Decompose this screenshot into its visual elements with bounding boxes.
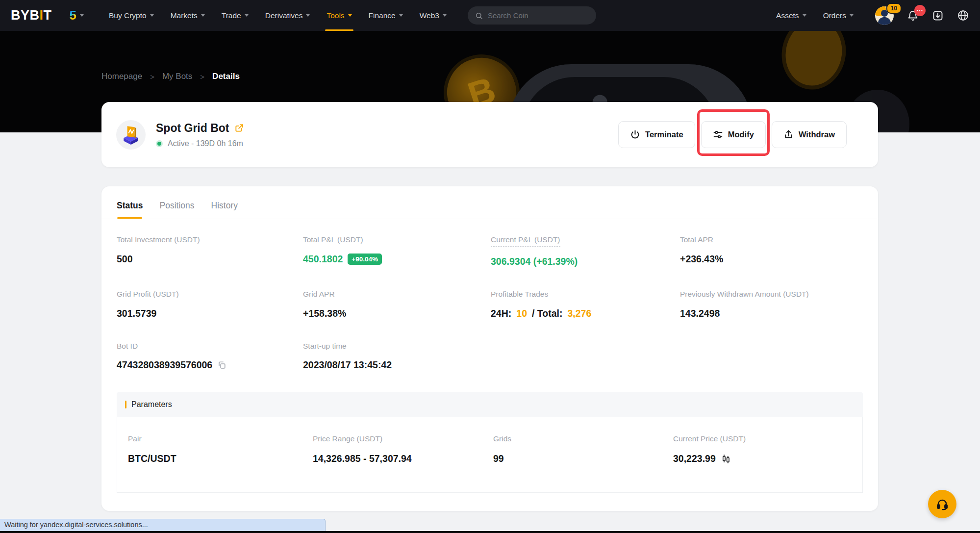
param-price-range-usdt: Price Range (USDT)14,326.985 - 57,307.94 <box>313 434 412 464</box>
breadcrumb-item-my-bots[interactable]: My Bots <box>162 72 192 81</box>
stat-value: 500 <box>117 254 303 265</box>
chevron-down-icon <box>201 14 205 17</box>
stat-bot-id: Bot ID474328038939576006 <box>117 342 303 371</box>
tab-positions[interactable]: Positions <box>159 201 194 219</box>
terminate-button[interactable]: Terminate <box>618 121 695 148</box>
anniversary-5-menu[interactable]: 5 <box>70 8 84 23</box>
chevron-down-icon <box>399 14 403 17</box>
breadcrumb-item-homepage[interactable]: Homepage <box>101 72 142 81</box>
stat-value: 450.1802+90.04% <box>303 254 491 265</box>
active-status-dot <box>156 140 163 147</box>
param-pair: PairBTC/USDT <box>128 434 176 464</box>
notifications-badge: ... <box>914 5 926 16</box>
language-button[interactable] <box>957 9 969 22</box>
stat-value: 143.2498 <box>680 308 863 319</box>
nav-item-markets[interactable]: Markets <box>162 0 213 31</box>
tab-bar: StatusPositionsHistory <box>101 186 878 219</box>
power-icon <box>630 129 640 140</box>
chevron-down-icon <box>245 14 249 17</box>
download-app-button[interactable] <box>932 10 944 22</box>
param-value: 14,326.985 - 57,307.94 <box>313 453 412 464</box>
stat-label: Total P&L (USDT) <box>303 235 491 244</box>
external-link-icon[interactable] <box>234 123 244 133</box>
stat-value: 306.9304 (+61.39%) <box>491 256 680 267</box>
search-icon <box>475 11 483 20</box>
nav-item-finance[interactable]: Finance <box>360 0 411 31</box>
stat-total-investment-usdt: Total Investment (USDT)500 <box>117 235 303 267</box>
chevron-down-icon <box>306 14 310 17</box>
nav-item-tools[interactable]: Tools <box>318 0 360 31</box>
param-current-price-usdt: Current Price (USDT)30,223.99 <box>673 434 746 464</box>
coin-search-box[interactable] <box>468 6 596 25</box>
screen-bottom-edge <box>0 531 980 533</box>
withdraw-icon <box>783 129 794 140</box>
param-value: 30,223.99 <box>673 453 746 464</box>
stat-profitable-trades: Profitable Trades24H: 10 / Total: 3,276 <box>491 290 680 319</box>
param-value: BTC/USDT <box>128 453 176 464</box>
nav-item-label: Markets <box>171 11 198 20</box>
coin-illustration <box>775 31 853 96</box>
stat-value: 301.5739 <box>117 308 303 319</box>
copy-icon[interactable] <box>217 360 226 370</box>
stat-start-up-time: Start-up time2023/08/17 13:45:42 <box>303 342 491 371</box>
anniversary-5-icon: 5 <box>70 8 76 23</box>
stat-label: Total APR <box>680 235 863 244</box>
parameters-title: Parameters <box>131 400 172 409</box>
chevron-down-icon <box>803 14 806 17</box>
stat-label: Bot ID <box>117 342 303 351</box>
nav-right-cluster: AssetsOrders 10 ... <box>768 0 969 31</box>
param-label: Grids <box>493 434 511 443</box>
nav-item-label: Finance <box>369 11 396 20</box>
button-label: Withdraw <box>799 130 835 139</box>
nav-item-label: Derivatives <box>265 11 303 20</box>
download-icon <box>932 10 944 22</box>
headset-icon <box>935 497 949 511</box>
nav-item-trade[interactable]: Trade <box>213 0 257 31</box>
tab-status[interactable]: Status <box>117 201 143 219</box>
bot-identity: Spot Grid Bot Active - 139D 0h 16m <box>116 120 244 150</box>
parameters-header: Parameters <box>117 392 863 417</box>
nav-menu: Buy CryptoMarketsTradeDerivativesToolsFi… <box>101 0 455 31</box>
stat-total-p-l-usdt: Total P&L (USDT)450.1802+90.04% <box>303 235 491 267</box>
support-chat-button[interactable] <box>928 490 956 518</box>
profile-avatar-button[interactable]: 10 <box>875 6 894 25</box>
candlestick-chart-icon[interactable] <box>721 454 731 464</box>
nav-item-label: Orders <box>823 11 846 20</box>
button-label: Modify <box>728 130 754 139</box>
modify-button[interactable]: Modify <box>701 121 766 148</box>
stat-current-p-l-usdt: Current P&L (USDT)306.9304 (+61.39%) <box>491 235 680 267</box>
notifications-button[interactable]: ... <box>907 10 919 22</box>
status-badge: Active - 139D 0h 16m <box>168 139 243 148</box>
header-actions: Terminate Modify Withdraw <box>618 121 847 148</box>
nav-item-label: Web3 <box>420 11 439 20</box>
nav-item-web3[interactable]: Web3 <box>411 0 455 31</box>
nav-item-label: Tools <box>327 11 344 20</box>
top-navigation-bar: BYBIT 5 Buy CryptoMarketsTradeDerivative… <box>0 0 980 31</box>
stat-label: Grid Profit (USDT) <box>117 290 303 299</box>
bot-title-block: Spot Grid Bot Active - 139D 0h 16m <box>156 122 244 148</box>
stat-label: Previously Withdrawn Amount (USDT) <box>680 290 863 299</box>
chevron-down-icon <box>850 14 854 17</box>
stat-value: 24H: 10 / Total: 3,276 <box>491 308 680 319</box>
bybit-logo[interactable]: BYBIT <box>11 8 52 23</box>
sliders-icon <box>713 129 723 140</box>
stat-label: Grid APR <box>303 290 491 299</box>
button-label: Terminate <box>645 130 683 139</box>
tab-history[interactable]: History <box>211 201 238 219</box>
withdraw-button[interactable]: Withdraw <box>772 121 847 148</box>
bybit-grid-bot-details-page: BYBIT 5 Buy CryptoMarketsTradeDerivative… <box>0 0 980 533</box>
nav-item-orders[interactable]: Orders <box>815 0 862 31</box>
stat-total-apr: Total APR+236.43% <box>680 235 863 267</box>
param-label: Price Range (USDT) <box>313 434 412 443</box>
nav-item-assets[interactable]: Assets <box>768 0 815 31</box>
stat-value: +236.43% <box>680 254 863 265</box>
pnl-percent-badge: +90.04% <box>348 254 382 265</box>
search-input[interactable] <box>488 11 589 20</box>
bot-details-card: StatusPositionsHistory Total Investment … <box>101 186 878 511</box>
grid-bot-icon <box>116 120 146 150</box>
nav-right-menu: AssetsOrders <box>768 0 862 31</box>
page-title: Spot Grid Bot <box>156 122 229 135</box>
profile-badge: 10 <box>886 3 902 14</box>
nav-item-buy-crypto[interactable]: Buy Crypto <box>101 0 162 31</box>
nav-item-derivatives[interactable]: Derivatives <box>257 0 319 31</box>
